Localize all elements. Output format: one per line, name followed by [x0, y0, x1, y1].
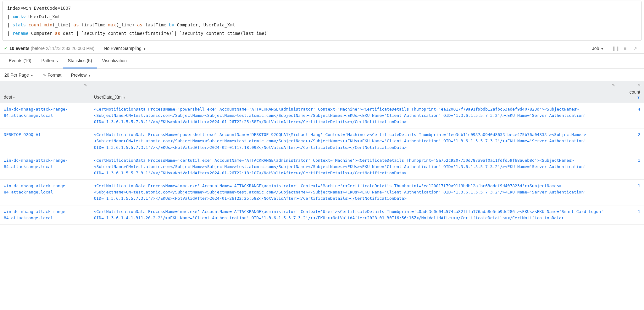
- sort-icon: ♦: [13, 95, 15, 99]
- tab-statistics[interactable]: Statistics (5): [63, 54, 97, 68]
- cell-count[interactable]: 1: [618, 205, 644, 224]
- format-dropdown[interactable]: ✎ Format: [43, 73, 62, 78]
- pencil-icon: ✎: [43, 73, 48, 78]
- share-icon[interactable]: ↗: [632, 46, 638, 51]
- results-controls: 20 Per Page ▼ ✎ Format Preview ▼: [0, 69, 644, 81]
- cell-count[interactable]: 1: [618, 154, 644, 179]
- results-table: ✎ dest♦ ✎ UserData_Xml♦ ✎ count▼ win-dc-…: [0, 81, 644, 224]
- cell-count[interactable]: 1: [618, 180, 644, 205]
- cell-userdata-xml[interactable]: <CertNotificationData ProcessName='mmc.e…: [90, 180, 618, 205]
- pencil-icon[interactable]: ✎: [612, 83, 615, 88]
- query-line-1: index=win EventCode=1007: [7, 6, 71, 11]
- cell-dest[interactable]: win-dc-mhaag-attack-range-84.attackrange…: [0, 103, 90, 128]
- cell-count[interactable]: 2: [618, 128, 644, 154]
- chevron-down-icon: ▼: [142, 47, 146, 51]
- cell-userdata-xml[interactable]: <CertNotificationData ProcessName='power…: [90, 128, 618, 154]
- table-row: DESKTOP-92OQLA1 <CertNotificationData Pr…: [0, 128, 644, 154]
- cell-userdata-xml[interactable]: <CertNotificationData ProcessName='certu…: [90, 154, 618, 179]
- table-row: win-dc-mhaag-attack-range-84.attackrange…: [0, 103, 644, 128]
- tab-patterns[interactable]: Patterns: [36, 54, 63, 68]
- result-tabs: Events (10) Patterns Statistics (5) Visu…: [0, 54, 644, 69]
- cell-dest[interactable]: win-dc-mhaag-attack-range-84.attackrange…: [0, 154, 90, 179]
- chevron-down-icon: ▼: [87, 74, 91, 77]
- table-row: win-dc-mhaag-attack-range-84.attackrange…: [0, 154, 644, 179]
- cell-count[interactable]: 4: [618, 103, 644, 128]
- per-page-dropdown[interactable]: 20 Per Page ▼: [4, 73, 34, 78]
- cell-dest[interactable]: win-dc-mhaag-attack-range-84.attackrange…: [0, 205, 90, 224]
- job-dropdown[interactable]: Job ▼: [592, 46, 604, 51]
- event-count-summary[interactable]: 10 events (before 2/11/23 2:33:26.000 PM…: [9, 46, 94, 51]
- sort-icon: ♦: [124, 95, 125, 99]
- search-query-box[interactable]: index=win EventCode=1007 | xmlkv UserDat…: [3, 1, 641, 41]
- column-header-dest[interactable]: ✎ dest♦: [0, 81, 90, 103]
- cell-userdata-xml[interactable]: <CertNotificationData ProcessName='power…: [90, 103, 618, 128]
- cell-userdata-xml[interactable]: <CertNotificationData ProcessName='mmc.e…: [90, 205, 618, 224]
- table-row: win-dc-mhaag-attack-range-84.attackrange…: [0, 205, 644, 224]
- status-bar: ✓ 10 events (before 2/11/23 2:33:26.000 …: [0, 43, 644, 54]
- preview-dropdown[interactable]: Preview ▼: [71, 73, 91, 78]
- tab-events[interactable]: Events (10): [4, 54, 36, 68]
- stop-icon[interactable]: ■: [622, 46, 628, 51]
- pencil-icon[interactable]: ✎: [638, 83, 641, 88]
- sort-desc-icon: ▼: [637, 95, 640, 99]
- cell-dest[interactable]: DESKTOP-92OQLA1: [0, 128, 90, 154]
- table-row: win-dc-mhaag-attack-range-84.attackrange…: [0, 180, 644, 205]
- chevron-down-icon: ▼: [30, 74, 34, 77]
- event-sampling-dropdown[interactable]: No Event Sampling ▼: [104, 46, 146, 51]
- pencil-icon[interactable]: ✎: [84, 83, 87, 88]
- column-header-count[interactable]: ✎ count▼: [618, 81, 644, 103]
- chevron-down-icon: ▼: [600, 47, 604, 51]
- tab-visualization[interactable]: Visualization: [97, 54, 132, 68]
- check-icon: ✓: [4, 46, 8, 51]
- results-body: win-dc-mhaag-attack-range-84.attackrange…: [0, 103, 644, 224]
- cell-dest[interactable]: win-dc-mhaag-attack-range-84.attackrange…: [0, 180, 90, 205]
- pause-icon[interactable]: ❚❚: [612, 46, 618, 51]
- column-header-userdata-xml[interactable]: ✎ UserData_Xml♦: [90, 81, 618, 103]
